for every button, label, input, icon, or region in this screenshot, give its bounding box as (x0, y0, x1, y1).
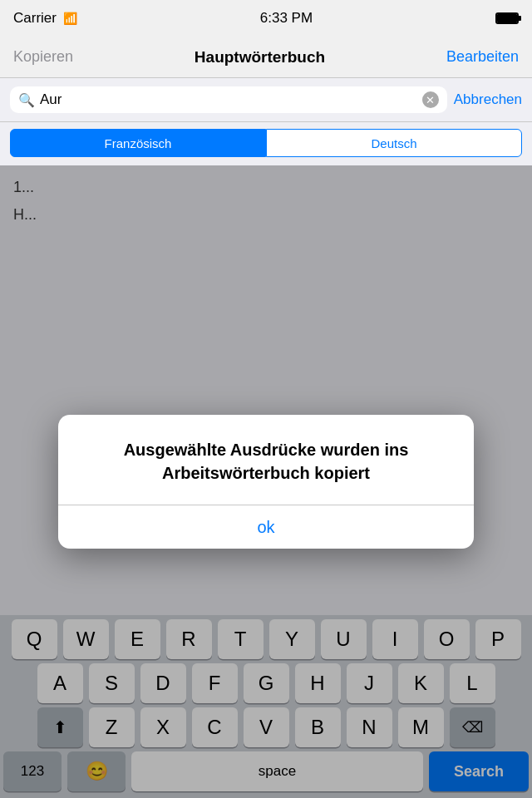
search-input[interactable]: Aur (40, 91, 417, 108)
battery-fill (497, 14, 517, 22)
tab-franzosisch[interactable]: Französisch (10, 129, 266, 157)
nav-title: Hauptwörterbuch (195, 48, 325, 66)
status-bar-left: Carrier 📶 (13, 10, 77, 27)
search-input-wrapper[interactable]: 🔍 Aur ✕ (10, 86, 447, 113)
alert-body: Ausgewählte Ausdrücke wurden ins Arbeits… (58, 415, 474, 505)
nav-bar: Kopieren Hauptwörterbuch Bearbeiten (0, 37, 532, 78)
tab-deutsch[interactable]: Deutsch (266, 129, 522, 157)
page: Carrier 📶 6:33 PM Kopieren Hauptwörterbu… (0, 0, 532, 798)
search-bar: 🔍 Aur ✕ Abbrechen (0, 78, 532, 122)
segment-control: Französisch Deutsch (0, 122, 532, 165)
search-icon: 🔍 (18, 92, 35, 108)
status-bar: Carrier 📶 6:33 PM (0, 0, 532, 37)
battery-icon (495, 12, 519, 24)
search-clear-button[interactable]: ✕ (422, 91, 439, 108)
mid-section: 1... H... Ausgewählte Ausdrücke wurden i… (0, 165, 532, 798)
ok-button[interactable]: ok (58, 505, 474, 549)
status-bar-time: 6:33 PM (260, 10, 313, 27)
status-bar-right (495, 12, 519, 24)
alert-overlay: Ausgewählte Ausdrücke wurden ins Arbeits… (0, 165, 532, 798)
wifi-icon: 📶 (63, 12, 77, 25)
kopieren-button[interactable]: Kopieren (13, 48, 73, 66)
alert-buttons: ok (58, 505, 474, 549)
alert-message: Ausgewählte Ausdrücke wurden ins Arbeits… (81, 438, 451, 485)
alert-dialog: Ausgewählte Ausdrücke wurden ins Arbeits… (58, 415, 474, 549)
bearbeiten-button[interactable]: Bearbeiten (446, 48, 519, 66)
abbrechen-button[interactable]: Abbrechen (454, 91, 522, 108)
carrier-label: Carrier (13, 10, 57, 27)
